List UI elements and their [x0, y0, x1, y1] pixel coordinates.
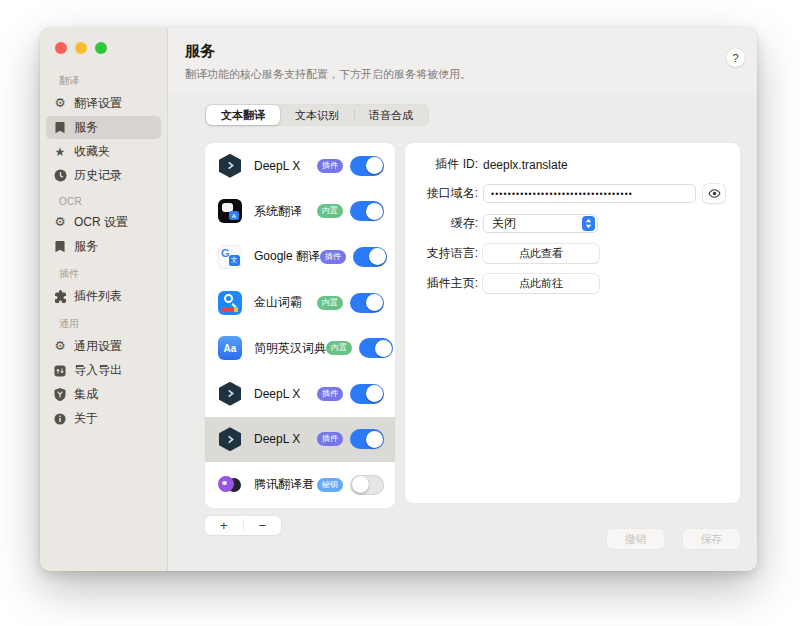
- domain-input[interactable]: [483, 184, 696, 203]
- traffic-lights: [40, 28, 167, 54]
- sidebar-item-翻译设置[interactable]: ⚙ 翻译设置: [46, 92, 161, 115]
- info-icon: [53, 413, 67, 425]
- toggle-knob: [366, 157, 383, 174]
- service-row[interactable]: A 系统翻译 内置: [205, 189, 395, 235]
- homepage-row: 插件主页: 点此前往: [405, 274, 726, 293]
- sidebar-item-关于[interactable]: 关于: [46, 407, 161, 430]
- service-row[interactable]: DeepL X 插件: [205, 371, 395, 417]
- service-row[interactable]: DeepL X 插件: [205, 417, 395, 463]
- sidebar-sections: 翻译 ⚙ 翻译设置 服务 ★ 收藏夹 历史记录 OCR ⚙ OCR 设置 服务 …: [40, 54, 167, 430]
- tab-语音合成[interactable]: 语音合成: [354, 105, 428, 125]
- sidebar-item-历史记录[interactable]: 历史记录: [46, 164, 161, 187]
- service-list-column: DeepL X 插件 A 系统翻译 内置 G文 Google 翻译 插件 金山词…: [205, 143, 395, 535]
- tencent-translate-icon: [218, 473, 242, 497]
- service-toggle[interactable]: [353, 247, 387, 267]
- tab-label: 文本识别: [295, 108, 339, 123]
- plugin-id-value: deeplx.translate: [483, 158, 568, 172]
- sidebar-item-label: 插件列表: [74, 288, 122, 305]
- sidebar-section: 通用 ⚙ 通用设置 导入导出 集成 关于: [46, 317, 161, 430]
- service-toggle[interactable]: [350, 475, 384, 495]
- sidebar-item-集成[interactable]: 集成: [46, 383, 161, 406]
- save-button[interactable]: 保存: [683, 529, 740, 549]
- sidebar-section: 插件 插件列表: [46, 267, 161, 308]
- toggle-knob: [375, 340, 392, 357]
- toggle-knob: [366, 431, 383, 448]
- google-translate-icon: G文: [218, 245, 242, 269]
- domain-label: 接口域名:: [405, 185, 478, 202]
- sidebar-item-服务[interactable]: 服务: [46, 235, 161, 258]
- zoom-button[interactable]: [95, 42, 107, 54]
- open-homepage-button[interactable]: 点此前往: [483, 274, 599, 293]
- clock-icon: [53, 169, 67, 182]
- sidebar-item-label: 关于: [74, 410, 98, 427]
- deeplx-icon: [218, 382, 242, 406]
- service-name: Google 翻译: [254, 248, 320, 265]
- cache-dropdown[interactable]: 关闭: [483, 214, 598, 233]
- service-toggle[interactable]: [350, 156, 384, 176]
- service-toggle[interactable]: [359, 338, 393, 358]
- undo-button[interactable]: 撤销: [607, 529, 664, 549]
- toggle-knob: [369, 248, 386, 265]
- tab-label: 语音合成: [369, 108, 413, 123]
- sidebar-item-label: 历史记录: [74, 167, 122, 184]
- import-export-icon: [53, 365, 67, 377]
- sidebar-item-label: 通用设置: [74, 338, 122, 355]
- service-row[interactable]: 金山词霸 内置: [205, 280, 395, 326]
- service-name: DeepL X: [254, 387, 300, 401]
- sidebar-item-OCR 设置[interactable]: ⚙ OCR 设置: [46, 211, 161, 234]
- plugin-id-label: 插件 ID:: [405, 156, 478, 173]
- add-service-button[interactable]: +: [205, 516, 243, 535]
- sidebar-item-label: 收藏夹: [74, 143, 110, 160]
- sidebar-item-label: OCR 设置: [74, 214, 128, 231]
- sidebar-section-label: OCR: [46, 196, 161, 211]
- tab-文本翻译[interactable]: 文本翻译: [206, 105, 280, 125]
- minimize-button[interactable]: [75, 42, 87, 54]
- settings-window: 翻译 ⚙ 翻译设置 服务 ★ 收藏夹 历史记录 OCR ⚙ OCR 设置 服务 …: [40, 28, 757, 571]
- service-row[interactable]: 腾讯翻译君 秘钥: [205, 462, 395, 508]
- sidebar-item-收藏夹[interactable]: ★ 收藏夹: [46, 140, 161, 163]
- view-languages-button[interactable]: 点此查看: [483, 244, 599, 263]
- service-badge: 插件: [317, 159, 343, 173]
- service-toggle[interactable]: [350, 293, 384, 313]
- languages-label: 支持语言:: [405, 245, 478, 262]
- service-name: 腾讯翻译君: [254, 476, 314, 493]
- tab-文本识别[interactable]: 文本识别: [280, 105, 354, 125]
- service-name: 系统翻译: [254, 203, 302, 220]
- integration-icon: [53, 388, 67, 401]
- gear-icon: ⚙: [53, 216, 67, 229]
- deeplx-icon: [218, 154, 242, 178]
- sidebar-item-插件列表[interactable]: 插件列表: [46, 285, 161, 308]
- service-detail-panel: 插件 ID: deeplx.translate 接口域名:: [405, 143, 740, 503]
- service-toggle[interactable]: [350, 429, 384, 449]
- service-row[interactable]: G文 Google 翻译 插件: [205, 234, 395, 280]
- service-list: DeepL X 插件 A 系统翻译 内置 G文 Google 翻译 插件 金山词…: [205, 143, 395, 508]
- sidebar-section-label: 插件: [46, 267, 161, 285]
- iciba-icon: [218, 291, 242, 315]
- toggle-knob: [366, 385, 383, 402]
- main-area: 服务 翻译功能的核心服务支持配置，下方开启的服务将被使用。 ? 文本翻译文本识别…: [168, 28, 757, 571]
- page-subtitle: 翻译功能的核心服务支持配置，下方开启的服务将被使用。: [185, 67, 740, 82]
- gear-icon: ⚙: [53, 97, 67, 110]
- eye-icon: [708, 189, 721, 198]
- sidebar-item-导入导出[interactable]: 导入导出: [46, 359, 161, 382]
- plugin-id-row: 插件 ID: deeplx.translate: [405, 156, 726, 173]
- sidebar-section-label: 通用: [46, 317, 161, 335]
- dropdown-stepper-icon: [582, 216, 595, 231]
- remove-service-button[interactable]: −: [244, 516, 282, 535]
- help-button[interactable]: ?: [726, 48, 745, 67]
- service-toggle[interactable]: [350, 201, 384, 221]
- service-badge: 插件: [317, 387, 343, 401]
- sidebar: 翻译 ⚙ 翻译设置 服务 ★ 收藏夹 历史记录 OCR ⚙ OCR 设置 服务 …: [40, 28, 168, 571]
- service-row[interactable]: DeepL X 插件: [205, 143, 395, 189]
- service-toggle[interactable]: [350, 384, 384, 404]
- sidebar-item-通用设置[interactable]: ⚙ 通用设置: [46, 335, 161, 358]
- content-area: 文本翻译文本识别语音合成 DeepL X 插件 A 系统翻译 内置 G文 Goo…: [168, 94, 757, 571]
- homepage-label: 插件主页:: [405, 275, 478, 292]
- service-row[interactable]: Aa 简明英汉词典 内置: [205, 325, 395, 371]
- reveal-secret-button[interactable]: [703, 184, 725, 203]
- sidebar-item-label: 集成: [74, 386, 98, 403]
- sidebar-item-服务[interactable]: 服务: [46, 116, 161, 139]
- dictionary-icon: Aa: [218, 336, 242, 360]
- cache-row: 缓存: 关闭: [405, 214, 726, 233]
- close-button[interactable]: [55, 42, 67, 54]
